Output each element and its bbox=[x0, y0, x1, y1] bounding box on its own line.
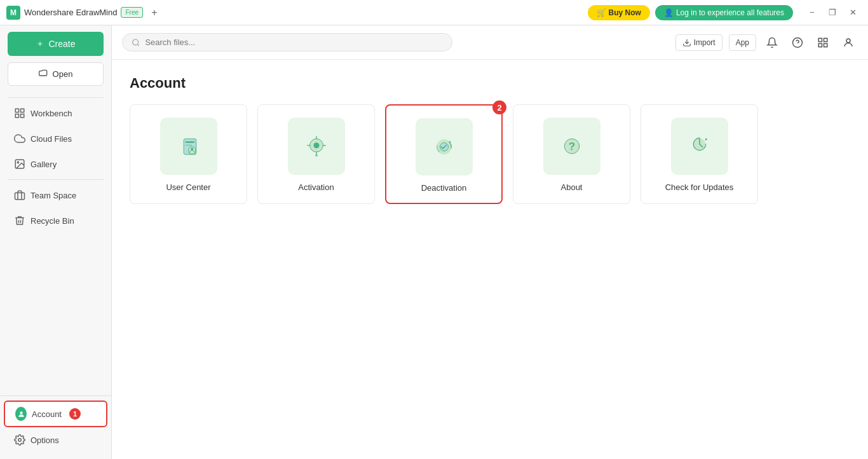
content-area: Import App Account bbox=[112, 25, 868, 459]
svg-rect-15 bbox=[824, 43, 827, 46]
import-icon bbox=[682, 38, 691, 47]
card-icon-wrap bbox=[160, 118, 217, 175]
titlebar-logo: M Wondershare EdrawMind Free + bbox=[6, 5, 583, 20]
page-title: Account bbox=[130, 75, 850, 92]
card-icon-wrap: ? bbox=[543, 118, 600, 175]
svg-point-26 bbox=[313, 142, 319, 148]
gallery-icon bbox=[14, 158, 25, 170]
import-button[interactable]: Import bbox=[675, 34, 722, 51]
card-icon-wrap bbox=[416, 118, 473, 175]
app-body: ＋ Create Open Workbench Cloud Files bbox=[0, 25, 868, 459]
sidebar-bottom: Account 1 Options bbox=[0, 395, 111, 453]
login-icon: 👤 bbox=[664, 8, 674, 17]
sidebar-item-label: Gallery bbox=[31, 160, 57, 169]
account-icon bbox=[15, 408, 27, 420]
card-label: About bbox=[561, 182, 583, 192]
card-icon-wrap bbox=[288, 118, 345, 175]
sidebar-item-label: Options bbox=[31, 435, 59, 445]
svg-rect-20 bbox=[185, 141, 194, 143]
card-icon-wrap bbox=[671, 118, 728, 175]
card-activation[interactable]: Activation bbox=[257, 104, 375, 204]
card-label: Activation bbox=[298, 182, 334, 192]
svg-rect-0 bbox=[15, 109, 18, 112]
card-about[interactable]: ? About bbox=[513, 104, 630, 204]
sidebar-item-options[interactable]: Options bbox=[4, 428, 107, 452]
svg-rect-13 bbox=[818, 38, 822, 41]
svg-rect-1 bbox=[21, 109, 24, 112]
card-user-center[interactable]: User Center bbox=[130, 104, 247, 204]
minimize-button[interactable]: − bbox=[803, 4, 821, 22]
recycle-icon bbox=[14, 215, 25, 226]
svg-point-5 bbox=[17, 161, 18, 163]
svg-rect-16 bbox=[818, 43, 822, 46]
account-badge: 1 bbox=[69, 408, 81, 420]
deactivation-badge: 2 bbox=[492, 100, 506, 114]
cards-grid: User Center Activation bbox=[130, 104, 850, 204]
titlebar: M Wondershare EdrawMind Free + 🛒 Buy Now… bbox=[0, 0, 868, 25]
svg-point-7 bbox=[20, 411, 22, 414]
svg-point-23 bbox=[191, 148, 193, 151]
folder-icon bbox=[39, 68, 49, 80]
search-input[interactable] bbox=[145, 38, 443, 47]
app-name: Wondershare EdrawMind bbox=[24, 8, 117, 17]
svg-point-17 bbox=[846, 39, 850, 43]
search-bar[interactable] bbox=[122, 33, 452, 51]
buy-now-button[interactable]: 🛒 Buy Now bbox=[588, 5, 650, 20]
free-badge: Free bbox=[121, 7, 143, 18]
login-button[interactable]: 👤 Log in to experience all features bbox=[655, 5, 793, 20]
svg-rect-14 bbox=[824, 38, 827, 41]
sidebar-item-label: Account bbox=[32, 409, 62, 419]
workbench-icon bbox=[14, 107, 25, 119]
activation-icon bbox=[300, 130, 333, 163]
sidebar-divider2 bbox=[8, 179, 104, 180]
card-label: Check for Updates bbox=[665, 182, 734, 192]
card-deactivation[interactable]: 2 Deactivation bbox=[385, 104, 503, 204]
svg-point-9 bbox=[133, 39, 139, 45]
close-button[interactable]: ✕ bbox=[844, 4, 862, 22]
team-icon bbox=[14, 189, 25, 201]
sidebar-item-label: Cloud Files bbox=[31, 134, 72, 144]
user-center-icon bbox=[172, 130, 205, 163]
sidebar-item-account[interactable]: Account 1 bbox=[4, 401, 107, 427]
about-icon: ? bbox=[555, 130, 588, 163]
card-label: Deactivation bbox=[421, 183, 467, 193]
cart-icon: 🛒 bbox=[597, 8, 606, 17]
sidebar-item-label: Workbench bbox=[31, 109, 72, 118]
deactivation-icon bbox=[428, 130, 461, 163]
card-check-updates[interactable]: Check for Updates bbox=[641, 104, 758, 204]
svg-rect-21 bbox=[185, 144, 191, 146]
new-tab-button[interactable]: + bbox=[147, 5, 162, 20]
sidebar: ＋ Create Open Workbench Cloud Files bbox=[0, 25, 112, 459]
sidebar-divider bbox=[8, 97, 104, 98]
card-label: User Center bbox=[166, 182, 210, 192]
help-button[interactable] bbox=[788, 33, 807, 52]
account-circle bbox=[15, 407, 27, 421]
sidebar-item-gallery[interactable]: Gallery bbox=[4, 152, 107, 176]
sidebar-item-team-space[interactable]: Team Space bbox=[4, 183, 107, 207]
svg-rect-2 bbox=[21, 114, 24, 118]
svg-rect-6 bbox=[15, 193, 25, 200]
toolbar: Import App bbox=[112, 25, 868, 60]
update-icon bbox=[683, 130, 716, 163]
sidebar-item-cloud-files[interactable]: Cloud Files bbox=[4, 127, 107, 151]
layout-button[interactable] bbox=[813, 33, 832, 52]
options-icon bbox=[14, 434, 25, 446]
maximize-button[interactable]: ❐ bbox=[824, 4, 841, 22]
svg-point-27 bbox=[315, 154, 318, 156]
create-button[interactable]: ＋ Create bbox=[8, 32, 104, 56]
user-avatar-button[interactable] bbox=[839, 33, 858, 52]
page-content: Account Us bbox=[112, 60, 868, 459]
toolbar-right: Import App bbox=[675, 33, 858, 52]
sidebar-item-label: Team Space bbox=[31, 191, 76, 200]
svg-text:?: ? bbox=[568, 140, 574, 153]
sidebar-item-workbench[interactable]: Workbench bbox=[4, 101, 107, 125]
open-button[interactable]: Open bbox=[8, 62, 104, 86]
window-controls: − ❐ ✕ bbox=[803, 4, 862, 22]
search-icon bbox=[132, 38, 140, 47]
notification-button[interactable] bbox=[763, 33, 782, 52]
svg-rect-3 bbox=[15, 114, 18, 118]
cloud-icon bbox=[14, 133, 25, 144]
app-button[interactable]: App bbox=[729, 34, 756, 51]
app-logo: M bbox=[6, 6, 20, 20]
sidebar-item-recycle-bin[interactable]: Recycle Bin bbox=[4, 209, 107, 233]
